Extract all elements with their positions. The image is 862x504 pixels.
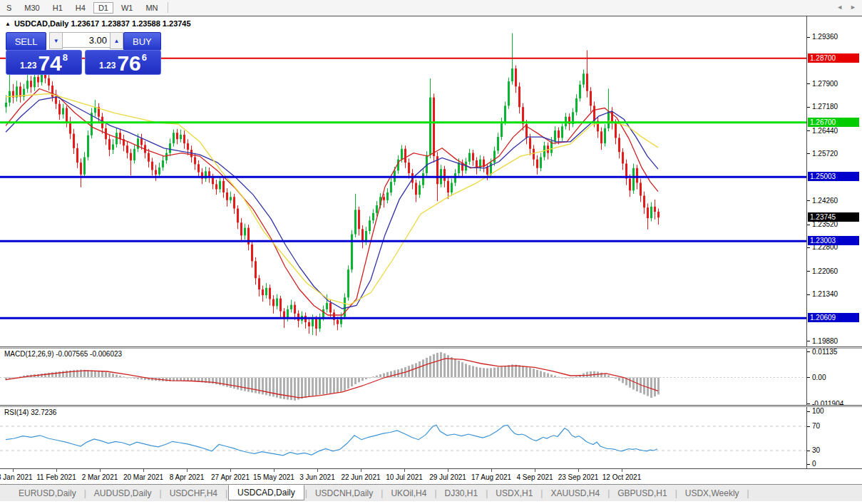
toolbar-item-m30[interactable]: M30: [19, 2, 44, 14]
date-tick-label: 17 Aug 2021: [471, 473, 511, 481]
volume-input[interactable]: [63, 32, 110, 48]
chart-tab-ukoil-h4[interactable]: UKOil,H4: [384, 486, 433, 500]
rsi-tick: [807, 411, 810, 412]
date-tick: [448, 469, 448, 472]
tab-separator: |: [84, 488, 86, 498]
price-tick: [807, 153, 810, 154]
date-tick: [578, 469, 579, 472]
chart-tab-usdcad-daily[interactable]: USDCAD,Daily: [228, 485, 304, 500]
buy-button[interactable]: BUY: [123, 32, 161, 51]
sell-button[interactable]: SELL: [6, 32, 46, 51]
chart-tab-dj30-h1[interactable]: DJ30,H1: [438, 486, 486, 500]
chart-tab-audusd-daily[interactable]: AUDUSD,Daily: [87, 486, 159, 500]
price-tick: [807, 107, 810, 108]
date-tick: [317, 469, 318, 472]
hline-price-label: 1.26700: [808, 118, 859, 127]
date-tick-label: 11 Feb 2021: [36, 473, 76, 481]
date-tick-label: 20 Mar 2021: [123, 473, 163, 481]
date-tick: [535, 469, 535, 472]
chart-tab-bar: EURUSD,Daily|AUDUSD,Daily|USDCHF,H4|USDC…: [0, 484, 862, 501]
rsi-tick: [807, 426, 810, 427]
date-tick-label: 2 Mar 2021: [82, 473, 118, 481]
buy-price-big: 76: [117, 54, 140, 73]
toolbar-item-h4[interactable]: H4: [71, 2, 91, 14]
chart-tab-gbpusd-h1[interactable]: GBPUSD,H1: [610, 486, 674, 500]
rsi-tick-label: 0: [812, 460, 816, 468]
date-tick: [100, 469, 101, 472]
hline-price-label: 1.28700: [808, 53, 859, 63]
toolbar-item-w1[interactable]: W1: [116, 2, 138, 14]
date-axis[interactable]: 23 Jan 202111 Feb 20212 Mar 202120 Mar 2…: [0, 469, 862, 484]
sell-price-button[interactable]: 1.23 74 8: [6, 50, 82, 75]
sell-price-big: 74: [38, 54, 61, 73]
tab-nav-left-icon[interactable]: ◄: [836, 4, 843, 11]
volume-increase-button[interactable]: ▲: [110, 32, 123, 49]
chart-tab-usdx-weekly[interactable]: USDX,Weekly: [678, 486, 746, 500]
rsi-tick-label: 30: [812, 446, 820, 454]
toolbar-item-h1[interactable]: H1: [48, 2, 68, 14]
buy-price-button[interactable]: 1.23 76 6: [85, 50, 161, 75]
date-tick: [56, 469, 57, 472]
price-axis[interactable]: 1.293601.279001.271801.264401.257201.242…: [806, 16, 862, 346]
macd-tick-label: 0.01135: [812, 348, 837, 356]
chart-tab-usdx-h1[interactable]: USDX,H1: [488, 486, 540, 500]
rsi-label: RSI(14) 32.7236: [4, 408, 56, 416]
toolbar-item-d1[interactable]: D1: [93, 2, 113, 14]
chart-tab-eurusd-daily[interactable]: EURUSD,Daily: [11, 486, 83, 500]
buy-price-prefix: 1.23: [99, 61, 116, 71]
rsi-canvas[interactable]: [0, 407, 806, 468]
tab-nav: ◄ ►: [836, 4, 856, 11]
tab-separator: |: [607, 488, 610, 498]
chart-tab-xauusd-h4[interactable]: XAUUSD,H4: [543, 486, 607, 500]
chart-tab-usdchf-h4[interactable]: USDCHF,H4: [163, 486, 225, 500]
rsi-tick: [807, 464, 810, 465]
chart-tab-usdcnh-daily[interactable]: USDCNH,Daily: [308, 486, 380, 500]
chart-title: ▲ USDCAD,Daily 1.23617 1.23837 1.23588 1…: [5, 19, 191, 28]
hline-price-label: 1.20609: [808, 313, 859, 322]
tab-nav-right-icon[interactable]: ►: [850, 4, 856, 11]
price-tick-label: 1.27900: [812, 80, 838, 88]
toolbar-separator: [168, 2, 168, 13]
price-tick: [807, 200, 810, 201]
date-tick: [404, 469, 405, 472]
price-tick: [807, 83, 810, 84]
date-tick-label: 29 Jul 2021: [429, 473, 466, 481]
tab-separator: |: [160, 488, 162, 498]
date-tick-label: 3 Jun 2021: [299, 473, 335, 481]
price-tick: [807, 341, 810, 341]
chart-title-text: USDCAD,Daily 1.23617 1.23837 1.23588 1.2…: [14, 19, 191, 28]
collapse-triangle-icon: ▲: [5, 21, 11, 27]
price-tick: [807, 37, 810, 38]
date-tick: [230, 469, 231, 472]
date-tick: [274, 469, 274, 472]
macd-tick-label: 0.00: [812, 374, 826, 381]
price-tick-label: 1.29360: [812, 33, 838, 41]
bottom-strip: [0, 501, 862, 504]
macd-tick: [807, 351, 810, 352]
toolbar-item-mn[interactable]: MN: [140, 2, 163, 14]
tab-separator: |: [305, 488, 307, 498]
current-price-label: 1.23745: [808, 212, 859, 222]
date-tick-label: 23 Jan 2021: [0, 473, 33, 481]
hline-price-label: 1.23003: [808, 236, 859, 245]
date-tick-label: 12 Oct 2021: [602, 473, 641, 481]
tab-separator: |: [747, 488, 749, 498]
date-tick-label: 22 Jun 2021: [341, 473, 380, 481]
date-tick: [187, 469, 188, 472]
rsi-tick: [807, 451, 810, 451]
price-tick: [807, 271, 810, 272]
volume-decrease-button[interactable]: ▼: [49, 32, 63, 49]
price-tick-label: 1.26440: [812, 127, 838, 135]
date-tick: [143, 469, 144, 472]
price-tick-label: 1.19880: [812, 337, 838, 345]
date-tick: [13, 469, 14, 472]
toolbar-item-s[interactable]: S: [1, 2, 16, 14]
price-tick: [807, 294, 810, 295]
tab-separator: |: [225, 488, 227, 498]
rsi-tick-label: 100: [812, 407, 824, 415]
one-click-trading-panel: SELL ▼ ▲ BUY 1.23 74 8 1.23 76 6: [6, 32, 161, 75]
price-tick-label: 1.22060: [812, 267, 838, 275]
date-tick: [361, 469, 361, 472]
price-tick-label: 1.24260: [812, 197, 838, 205]
rsi-axis: 10070300: [806, 407, 862, 468]
